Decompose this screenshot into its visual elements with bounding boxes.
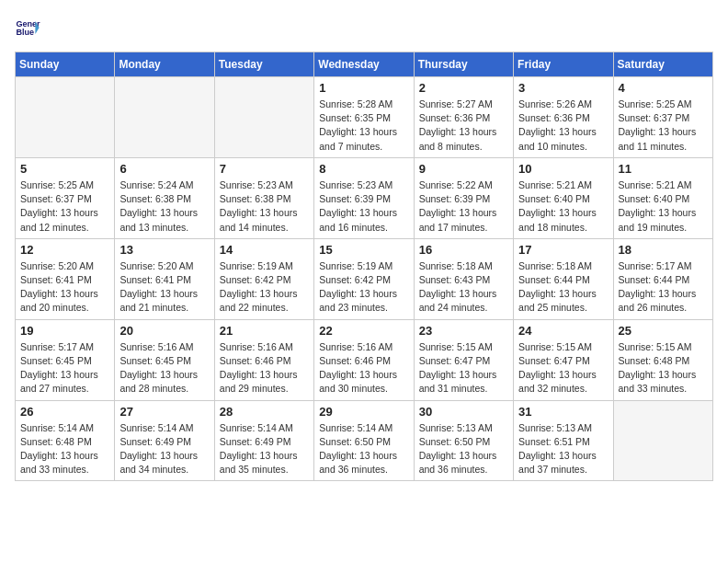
- day-number: 11: [619, 162, 708, 176]
- calendar-cell: 5Sunrise: 5:25 AM Sunset: 6:37 PM Daylig…: [16, 157, 115, 238]
- weekday-header-wednesday: Wednesday: [314, 52, 414, 77]
- weekday-header-tuesday: Tuesday: [214, 52, 313, 77]
- day-number: 15: [319, 243, 408, 257]
- day-info: Sunrise: 5:15 AM Sunset: 6:48 PM Dayligh…: [619, 340, 708, 396]
- day-info: Sunrise: 5:17 AM Sunset: 6:45 PM Dayligh…: [20, 340, 109, 396]
- day-number: 28: [220, 405, 309, 419]
- day-number: 30: [419, 405, 508, 419]
- calendar-cell: 10Sunrise: 5:21 AM Sunset: 6:40 PM Dayli…: [514, 157, 613, 238]
- day-number: 29: [319, 405, 408, 419]
- weekday-header-sunday: Sunday: [16, 52, 115, 77]
- calendar-cell: [16, 77, 115, 158]
- day-info: Sunrise: 5:23 AM Sunset: 6:39 PM Dayligh…: [319, 178, 408, 235]
- day-number: 31: [518, 405, 608, 419]
- calendar-week-5: 26Sunrise: 5:14 AM Sunset: 6:48 PM Dayli…: [16, 400, 713, 481]
- day-info: Sunrise: 5:22 AM Sunset: 6:39 PM Dayligh…: [419, 178, 508, 235]
- calendar-week-4: 19Sunrise: 5:17 AM Sunset: 6:45 PM Dayli…: [16, 319, 713, 400]
- calendar-cell: 4Sunrise: 5:25 AM Sunset: 6:37 PM Daylig…: [613, 77, 712, 158]
- day-number: 1: [319, 81, 408, 95]
- calendar-cell: 12Sunrise: 5:20 AM Sunset: 6:41 PM Dayli…: [16, 238, 115, 319]
- day-number: 20: [119, 324, 209, 338]
- calendar-cell: 2Sunrise: 5:27 AM Sunset: 6:36 PM Daylig…: [414, 77, 513, 158]
- day-info: Sunrise: 5:21 AM Sunset: 6:40 PM Dayligh…: [619, 178, 708, 235]
- day-info: Sunrise: 5:16 AM Sunset: 6:46 PM Dayligh…: [220, 340, 309, 396]
- calendar-cell: 8Sunrise: 5:23 AM Sunset: 6:39 PM Daylig…: [314, 157, 414, 238]
- day-number: 6: [119, 162, 209, 176]
- day-number: 17: [518, 243, 608, 257]
- calendar-cell: 21Sunrise: 5:16 AM Sunset: 6:46 PM Dayli…: [214, 319, 313, 400]
- calendar-cell: 15Sunrise: 5:19 AM Sunset: 6:42 PM Dayli…: [314, 238, 414, 319]
- day-info: Sunrise: 5:19 AM Sunset: 6:42 PM Dayligh…: [319, 259, 408, 316]
- day-info: Sunrise: 5:25 AM Sunset: 6:37 PM Dayligh…: [619, 98, 708, 154]
- calendar-cell: 13Sunrise: 5:20 AM Sunset: 6:41 PM Dayli…: [115, 238, 214, 319]
- day-info: Sunrise: 5:18 AM Sunset: 6:44 PM Dayligh…: [518, 259, 608, 316]
- weekday-header-monday: Monday: [115, 52, 214, 77]
- day-info: Sunrise: 5:19 AM Sunset: 6:42 PM Dayligh…: [220, 259, 309, 316]
- calendar-week-2: 5Sunrise: 5:25 AM Sunset: 6:37 PM Daylig…: [16, 157, 713, 238]
- calendar-cell: 17Sunrise: 5:18 AM Sunset: 6:44 PM Dayli…: [514, 238, 613, 319]
- day-info: Sunrise: 5:16 AM Sunset: 6:46 PM Dayligh…: [319, 340, 408, 396]
- day-info: Sunrise: 5:20 AM Sunset: 6:41 PM Dayligh…: [119, 259, 209, 316]
- calendar-week-3: 12Sunrise: 5:20 AM Sunset: 6:41 PM Dayli…: [16, 238, 713, 319]
- day-info: Sunrise: 5:26 AM Sunset: 6:36 PM Dayligh…: [518, 98, 608, 154]
- day-number: 22: [319, 324, 408, 338]
- calendar-cell: 26Sunrise: 5:14 AM Sunset: 6:48 PM Dayli…: [16, 400, 115, 481]
- day-number: 4: [619, 81, 708, 95]
- day-number: 27: [119, 405, 209, 419]
- calendar-cell: 6Sunrise: 5:24 AM Sunset: 6:38 PM Daylig…: [115, 157, 214, 238]
- calendar-cell: 23Sunrise: 5:15 AM Sunset: 6:47 PM Dayli…: [414, 319, 513, 400]
- calendar-cell: 9Sunrise: 5:22 AM Sunset: 6:39 PM Daylig…: [414, 157, 513, 238]
- calendar-cell: 24Sunrise: 5:15 AM Sunset: 6:47 PM Dayli…: [514, 319, 613, 400]
- weekday-header-saturday: Saturday: [613, 52, 712, 77]
- calendar-cell: 11Sunrise: 5:21 AM Sunset: 6:40 PM Dayli…: [613, 157, 712, 238]
- day-info: Sunrise: 5:15 AM Sunset: 6:47 PM Dayligh…: [419, 340, 508, 396]
- day-info: Sunrise: 5:14 AM Sunset: 6:48 PM Dayligh…: [20, 421, 109, 477]
- day-info: Sunrise: 5:20 AM Sunset: 6:41 PM Dayligh…: [20, 259, 109, 316]
- day-info: Sunrise: 5:13 AM Sunset: 6:51 PM Dayligh…: [518, 421, 608, 477]
- calendar-cell: 20Sunrise: 5:16 AM Sunset: 6:45 PM Dayli…: [115, 319, 214, 400]
- day-number: 2: [419, 81, 508, 95]
- day-info: Sunrise: 5:18 AM Sunset: 6:43 PM Dayligh…: [419, 259, 508, 316]
- day-number: 21: [220, 324, 309, 338]
- day-info: Sunrise: 5:27 AM Sunset: 6:36 PM Dayligh…: [419, 98, 508, 154]
- page-header: General Blue: [15, 15, 713, 40]
- day-info: Sunrise: 5:21 AM Sunset: 6:40 PM Dayligh…: [518, 178, 608, 235]
- day-number: 24: [518, 324, 608, 338]
- calendar-cell: 31Sunrise: 5:13 AM Sunset: 6:51 PM Dayli…: [514, 400, 613, 481]
- day-number: 10: [518, 162, 608, 176]
- calendar-cell: 28Sunrise: 5:14 AM Sunset: 6:49 PM Dayli…: [214, 400, 313, 481]
- calendar-cell: 1Sunrise: 5:28 AM Sunset: 6:35 PM Daylig…: [314, 77, 414, 158]
- logo: General Blue: [15, 15, 44, 40]
- day-info: Sunrise: 5:25 AM Sunset: 6:37 PM Dayligh…: [20, 178, 109, 235]
- calendar-cell: 7Sunrise: 5:23 AM Sunset: 6:38 PM Daylig…: [214, 157, 313, 238]
- day-info: Sunrise: 5:13 AM Sunset: 6:50 PM Dayligh…: [419, 421, 508, 477]
- day-info: Sunrise: 5:16 AM Sunset: 6:45 PM Dayligh…: [119, 340, 209, 396]
- day-number: 5: [20, 162, 109, 176]
- weekday-header-thursday: Thursday: [414, 52, 513, 77]
- calendar-cell: 27Sunrise: 5:14 AM Sunset: 6:49 PM Dayli…: [115, 400, 214, 481]
- day-number: 18: [619, 243, 708, 257]
- day-info: Sunrise: 5:14 AM Sunset: 6:49 PM Dayligh…: [119, 421, 209, 477]
- day-info: Sunrise: 5:17 AM Sunset: 6:44 PM Dayligh…: [619, 259, 708, 316]
- day-number: 16: [419, 243, 508, 257]
- calendar-cell: [115, 77, 214, 158]
- calendar-cell: [214, 77, 313, 158]
- weekday-header-friday: Friday: [514, 52, 613, 77]
- day-number: 9: [419, 162, 508, 176]
- calendar-cell: 18Sunrise: 5:17 AM Sunset: 6:44 PM Dayli…: [613, 238, 712, 319]
- calendar-cell: 22Sunrise: 5:16 AM Sunset: 6:46 PM Dayli…: [314, 319, 414, 400]
- day-number: 3: [518, 81, 608, 95]
- calendar-table: SundayMondayTuesdayWednesdayThursdayFrid…: [15, 52, 713, 481]
- day-number: 8: [319, 162, 408, 176]
- day-number: 25: [619, 324, 708, 338]
- calendar-cell: 14Sunrise: 5:19 AM Sunset: 6:42 PM Dayli…: [214, 238, 313, 319]
- day-info: Sunrise: 5:14 AM Sunset: 6:50 PM Dayligh…: [319, 421, 408, 477]
- day-number: 12: [20, 243, 109, 257]
- calendar-cell: 25Sunrise: 5:15 AM Sunset: 6:48 PM Dayli…: [613, 319, 712, 400]
- day-number: 14: [220, 243, 309, 257]
- calendar-cell: 29Sunrise: 5:14 AM Sunset: 6:50 PM Dayli…: [314, 400, 414, 481]
- weekday-header-row: SundayMondayTuesdayWednesdayThursdayFrid…: [16, 52, 713, 77]
- calendar-cell: 19Sunrise: 5:17 AM Sunset: 6:45 PM Dayli…: [16, 319, 115, 400]
- calendar-cell: 30Sunrise: 5:13 AM Sunset: 6:50 PM Dayli…: [414, 400, 513, 481]
- day-number: 26: [20, 405, 109, 419]
